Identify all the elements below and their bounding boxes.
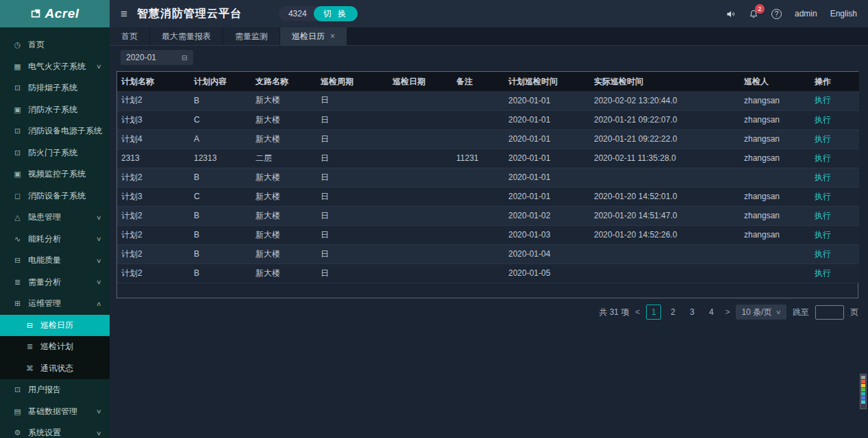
- switch-station-button[interactable]: 切 换: [314, 6, 358, 21]
- table-cell: [388, 225, 452, 244]
- sidebar-item-energy-analysis[interactable]: ∿能耗分析∨: [0, 229, 110, 250]
- play-square-icon: ▣: [12, 105, 23, 114]
- station-id: 4324: [279, 9, 314, 18]
- table-cell: zhangsan: [740, 225, 810, 244]
- table-cell: 计划2: [117, 225, 190, 244]
- column-header: 实际巡检时间: [590, 72, 740, 91]
- sidebar-item-basic-data[interactable]: ▤基础数据管理∨: [0, 401, 110, 423]
- pagination: 共 31 项 < 1234 > 10 条/页 ∨ 跳至 页: [599, 305, 858, 320]
- table-cell: 2313: [117, 149, 190, 168]
- execute-link[interactable]: 执行: [815, 95, 831, 105]
- notifications-bell-icon[interactable]: 2: [749, 9, 758, 19]
- sidebar-item-power-quality[interactable]: ⊟电能质量∨: [0, 250, 110, 272]
- language-toggle[interactable]: English: [830, 9, 857, 18]
- page-button-4[interactable]: 4: [704, 305, 719, 320]
- table-cell: 2020-01-21 09:22:22.0: [590, 129, 740, 149]
- execute-link[interactable]: 执行: [815, 230, 831, 240]
- page-button-1[interactable]: 1: [646, 305, 661, 320]
- table-cell: 2020-01-04: [504, 244, 590, 263]
- chevron-down-icon: ∨: [96, 257, 102, 264]
- sidebar-item-fire-equipment-power[interactable]: ⊡消防设备电源子系统: [0, 120, 110, 142]
- table-cell: [452, 110, 504, 129]
- sidebar-item-ops-management[interactable]: ⊞运维管理∧: [0, 293, 110, 315]
- chevron-down-icon: ∨: [96, 279, 102, 285]
- execute-link[interactable]: 执行: [815, 249, 831, 259]
- menu-collapse-icon[interactable]: ≡: [121, 8, 127, 20]
- execute-link[interactable]: 执行: [815, 153, 831, 163]
- scroll-marker: [861, 380, 865, 383]
- execute-link[interactable]: 执行: [815, 192, 831, 201]
- page-button-2[interactable]: 2: [665, 305, 680, 320]
- sidebar-item-demand-analysis[interactable]: ≣需量分析∨: [0, 272, 110, 294]
- tab-max-demand-report-label: 最大需量报表: [162, 31, 211, 42]
- table-row: 计划2B新大楼日2020-01-032020-01-20 14:52:26.0z…: [117, 225, 859, 244]
- sidebar-item-energy-analysis-label: 能耗分析: [28, 233, 61, 245]
- table-cell: 新大楼: [251, 187, 317, 206]
- table-cell: [590, 263, 740, 283]
- tab-max-demand-report[interactable]: 最大需量报表: [150, 27, 223, 45]
- chevron-down-icon: ∨: [776, 309, 782, 315]
- table-cell: B: [190, 206, 251, 225]
- tab-inspection-calendar[interactable]: 巡检日历×: [280, 27, 347, 45]
- table-cell: [388, 263, 452, 283]
- sidebar-item-video-monitor[interactable]: ▣视频监控子系统: [0, 164, 110, 185]
- jump-page-input[interactable]: [815, 305, 844, 320]
- chart-icon: ▦: [12, 62, 23, 71]
- column-header: 备注: [452, 72, 504, 91]
- sidebar-item-inspection-plan[interactable]: ≣巡检计划: [0, 336, 110, 358]
- table-cell: 2020-01-20 14:51:47.0: [590, 206, 740, 225]
- table-cell: 2020-01-20 14:52:01.0: [590, 187, 740, 206]
- close-icon[interactable]: ×: [330, 31, 335, 41]
- table-cell: 计划2: [117, 263, 190, 283]
- action-cell: 执行: [810, 244, 859, 263]
- sidebar-item-fire-water[interactable]: ▣消防水子系统: [0, 99, 110, 121]
- table-row: 计划4A新大楼日2020-01-012020-01-21 09:22:22.0z…: [117, 129, 859, 149]
- sidebar-item-home[interactable]: ◷首页: [0, 34, 110, 56]
- table-cell: [388, 244, 452, 263]
- chevron-up-icon: ∧: [96, 300, 102, 307]
- table-cell: 新大楼: [251, 263, 317, 283]
- execute-link[interactable]: 执行: [815, 134, 831, 144]
- column-header: 巡检日期: [388, 72, 452, 91]
- sidebar-item-fire-door[interactable]: ⊡防火门子系统: [0, 142, 110, 164]
- sidebar-item-smoke-control[interactable]: ⊡防排烟子系统: [0, 77, 110, 99]
- sidebar-item-electrical-fire[interactable]: ▦电气火灾子系统∨: [0, 56, 110, 78]
- sidebar-item-communication-status[interactable]: ⌘通讯状态: [0, 358, 110, 380]
- month-picker[interactable]: 2020-01 ⊟: [121, 50, 193, 65]
- sidebar-item-system-settings[interactable]: ⚙系统设置∨: [0, 422, 110, 438]
- scroll-marker: [861, 396, 865, 400]
- sidebar: Acrel ◷首页▦电气火灾子系统∨⊡防排烟子系统▣消防水子系统⊡消防设备电源子…: [0, 0, 110, 438]
- table-cell: zhangsan: [740, 91, 810, 110]
- sidebar-item-hazard-management-label: 隐患管理: [28, 211, 61, 223]
- sidebar-item-user-report[interactable]: ⊡用户报告: [0, 379, 110, 401]
- page-button-3[interactable]: 3: [684, 305, 699, 320]
- user-menu[interactable]: admin: [795, 9, 817, 18]
- sidebar-item-fire-equipment[interactable]: ◻消防设备子系统: [0, 185, 110, 207]
- table-cell: [740, 244, 810, 263]
- speaker-icon[interactable]: [726, 9, 736, 19]
- brand-name: Acrel: [45, 6, 79, 21]
- next-page-icon[interactable]: >: [725, 307, 730, 317]
- execute-link[interactable]: 执行: [815, 268, 831, 278]
- sidebar-item-inspection-calendar[interactable]: ⊟巡检日历: [0, 315, 110, 337]
- scroll-marker: [861, 388, 865, 391]
- sidebar-item-hazard-management[interactable]: △隐患管理∨: [0, 207, 110, 229]
- page-size-select[interactable]: 10 条/页 ∨: [736, 305, 786, 320]
- table-cell: 日: [317, 168, 388, 187]
- tab-home[interactable]: 首页: [110, 27, 149, 45]
- prev-page-icon[interactable]: <: [635, 307, 640, 317]
- table-cell: C: [190, 110, 251, 129]
- table-cell: [452, 263, 504, 283]
- help-icon[interactable]: ?: [771, 9, 782, 19]
- tab-inspection-calendar-label: 巡检日历: [292, 31, 325, 42]
- execute-link[interactable]: 执行: [815, 115, 831, 125]
- tab-demand-monitor[interactable]: 需量监测: [223, 27, 280, 45]
- action-cell: 执行: [810, 187, 859, 206]
- sidebar-item-demand-analysis-label: 需量分析: [28, 276, 61, 288]
- execute-link[interactable]: 执行: [815, 211, 831, 220]
- execute-link[interactable]: 执行: [815, 172, 831, 182]
- table-cell: 计划3: [117, 110, 190, 129]
- table-cell: B: [190, 263, 251, 283]
- table-cell: 2020-01-20 14:52:26.0: [590, 225, 740, 244]
- sidebar-item-system-settings-label: 系统设置: [28, 427, 61, 438]
